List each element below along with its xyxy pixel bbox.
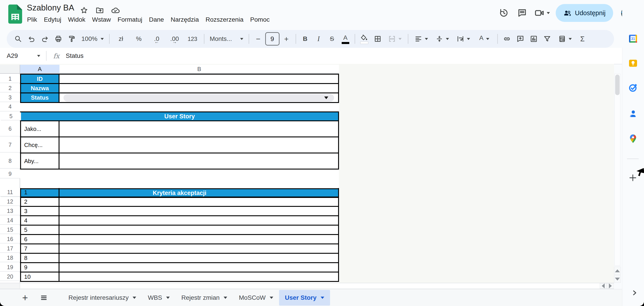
row-header[interactable]: 3 (0, 93, 20, 102)
cell-a[interactable]: 9 (20, 263, 60, 272)
row-header[interactable]: 6 (0, 121, 20, 136)
cell-a[interactable]: 6 (20, 235, 60, 244)
text-color-button[interactable]: A (339, 32, 352, 46)
sheet-tab-rejestr-interesariuszy[interactable]: Rejestr interesariuszy (62, 289, 142, 306)
row-header[interactable]: 15 (0, 226, 20, 234)
fill-color-button[interactable] (358, 32, 371, 46)
cell-b[interactable] (60, 273, 339, 281)
cell-a3[interactable]: Status (20, 93, 60, 102)
print-button[interactable] (52, 32, 65, 46)
cell-a1[interactable]: ID (20, 75, 60, 83)
scroll-left-button[interactable] (600, 283, 607, 289)
version-history-icon[interactable] (498, 7, 510, 19)
functions-button[interactable]: Σ (576, 32, 589, 46)
horizontal-scrollbar[interactable] (0, 283, 614, 289)
menu-item[interactable]: Pomoc (247, 14, 273, 25)
decrease-font-size-button[interactable]: − (252, 32, 265, 46)
menu-item[interactable]: Wstaw (89, 14, 114, 25)
calendar-icon[interactable]: 31 (628, 34, 638, 43)
tasks-icon[interactable] (628, 83, 638, 92)
cell-a[interactable]: 5 (20, 226, 60, 234)
keep-icon[interactable] (628, 58, 638, 68)
cell-b[interactable] (60, 216, 339, 225)
cell-b1[interactable] (60, 75, 339, 83)
insert-chart-button[interactable] (527, 32, 540, 46)
column-header-a[interactable]: A (20, 65, 60, 74)
text-rotation-button[interactable]: A (474, 32, 495, 46)
get-addons-button[interactable] (628, 172, 638, 183)
scroll-right-button[interactable] (607, 283, 614, 289)
row-header[interactable]: 13 (0, 207, 20, 215)
scroll-up-button[interactable] (614, 267, 621, 275)
menu-item[interactable]: Plik (24, 14, 40, 25)
font-select[interactable]: Monts... (207, 32, 246, 46)
insert-link-button[interactable] (500, 32, 514, 46)
strikethrough-button[interactable]: S (326, 32, 338, 46)
cell-b[interactable] (60, 207, 339, 215)
cell-a[interactable]: Chcę... (20, 137, 60, 153)
italic-button[interactable]: I (312, 32, 325, 46)
row-header[interactable]: 11 (0, 188, 20, 197)
cloud-saved-icon[interactable] (111, 6, 120, 15)
vertical-align-button[interactable] (432, 32, 452, 46)
text-wrap-button[interactable] (453, 32, 474, 46)
row-header[interactable]: 20 (0, 273, 20, 281)
font-size-input[interactable]: 9 (265, 32, 280, 46)
cell-a[interactable]: 10 (20, 273, 60, 281)
sheet-tab-user-story[interactable]: User Story (279, 290, 330, 306)
row-header[interactable]: 18 (0, 254, 20, 262)
status-dropdown[interactable] (64, 94, 334, 102)
video-call-control[interactable] (534, 8, 550, 18)
scroll-down-button[interactable] (614, 275, 621, 283)
row-header[interactable]: 5 (1, 112, 21, 120)
vertical-scrollbar[interactable] (614, 74, 620, 266)
star-icon[interactable] (80, 6, 88, 15)
sheet-tab-rejestr-zmian[interactable]: Rejestr zmian (176, 289, 233, 306)
undo-button[interactable] (25, 32, 38, 46)
move-to-folder-icon[interactable] (95, 6, 104, 15)
table-tools-button[interactable] (554, 32, 576, 46)
all-sheets-button[interactable] (38, 292, 50, 304)
format-percent-button[interactable]: % (130, 32, 148, 46)
row-header[interactable]: 16 (0, 235, 20, 244)
cell-a[interactable]: 1 (20, 188, 60, 197)
cell-user-story-header[interactable]: User Story 5 (20, 111, 339, 121)
format-currency-button[interactable]: zł (112, 32, 130, 46)
name-box[interactable]: A29 (0, 52, 40, 59)
sheets-logo[interactable] (8, 4, 22, 24)
maps-icon[interactable] (628, 134, 638, 143)
menu-item[interactable]: Narzędzia (167, 14, 202, 25)
menu-item[interactable]: Rozszerzenia (202, 14, 247, 25)
comments-icon[interactable] (516, 7, 528, 19)
cell-b[interactable] (60, 263, 339, 272)
row-header[interactable]: 14 (0, 216, 20, 225)
add-sheet-button[interactable]: + (19, 292, 31, 304)
cell-b[interactable] (60, 137, 339, 153)
cell-b[interactable] (60, 254, 339, 262)
increase-decimal-button[interactable]: .00→ (166, 32, 183, 46)
cell-b[interactable] (60, 188, 339, 197)
zoom-select[interactable]: 100% (79, 32, 106, 46)
menu-item[interactable]: Dane (146, 14, 167, 25)
sheet-tab-moscow[interactable]: MoSCoW (233, 289, 279, 306)
document-title[interactable]: Szablony BA (27, 3, 74, 12)
select-all-corner[interactable] (0, 65, 20, 74)
cell-b[interactable] (60, 235, 339, 244)
cell-a[interactable]: 3 (20, 207, 60, 215)
row-header[interactable]: 1 (0, 75, 20, 83)
formula-input[interactable]: Status (66, 52, 84, 59)
row-header[interactable]: 19 (0, 263, 20, 272)
menu-item[interactable]: Edytuj (40, 14, 64, 25)
cell-a[interactable]: 4 (20, 216, 60, 225)
cell-b[interactable] (60, 197, 339, 206)
cell-b2[interactable] (60, 84, 339, 92)
column-header-b[interactable]: B (60, 65, 339, 74)
cell-a[interactable]: Aby... (20, 153, 60, 169)
share-button[interactable]: Udostępnij (556, 4, 613, 22)
paint-format-button[interactable] (65, 32, 78, 46)
create-filter-button[interactable] (541, 32, 554, 46)
cell-a[interactable]: 8 (20, 254, 60, 262)
vertical-scrollbar-thumb[interactable] (615, 75, 620, 95)
row-header[interactable]: 4 (0, 102, 20, 111)
horizontal-align-button[interactable] (411, 32, 432, 46)
